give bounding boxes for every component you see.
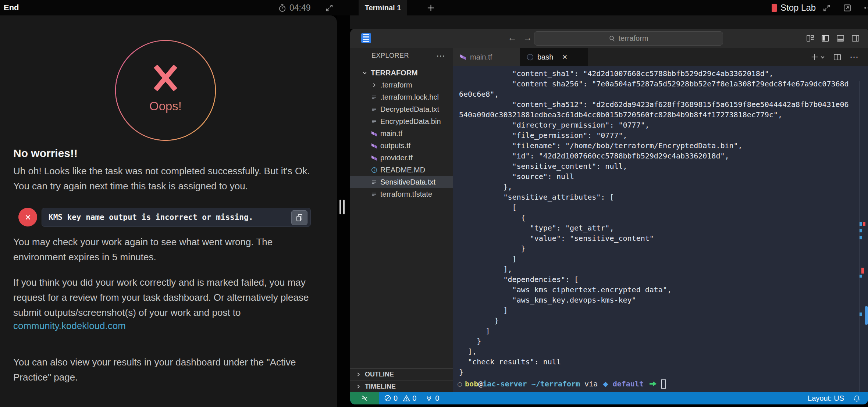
ruler-mark-blue bbox=[860, 222, 862, 226]
top-bar: End 04:49 Terminal 1 Stop Lab bbox=[0, 0, 868, 15]
tree-item-sensitive-txt[interactable]: SensitiveData.txt bbox=[350, 176, 453, 188]
tree-item-dot-terraform[interactable]: .terraform bbox=[350, 79, 453, 91]
x-mark bbox=[156, 66, 175, 90]
tree-item-encrypted-bin[interactable]: EncryptedData.bin bbox=[350, 115, 453, 128]
community-link[interactable]: community.kodekloud.com bbox=[13, 320, 126, 332]
explorer-title: EXPLORER bbox=[371, 52, 409, 60]
file-lines-icon bbox=[370, 119, 378, 125]
dashboard-note-text: You can also view your results in your d… bbox=[13, 355, 307, 385]
error-x-icon bbox=[18, 208, 37, 226]
prompt-arrow-icon bbox=[649, 381, 658, 387]
vscode-outer-gap bbox=[350, 15, 868, 29]
search-value: terraform bbox=[618, 34, 648, 43]
ports-indicator[interactable]: 0 bbox=[425, 394, 439, 403]
stop-lab-button[interactable]: Stop Lab bbox=[772, 0, 816, 15]
prompt-workspace: default bbox=[613, 379, 644, 388]
ruler-mark-blue bbox=[860, 236, 862, 239]
terraform-icon bbox=[370, 131, 378, 137]
file-lines-icon bbox=[370, 94, 378, 100]
chevron-right-icon bbox=[355, 384, 362, 389]
tree-item-readme[interactable]: README.MD bbox=[350, 164, 453, 176]
toggle-sidebar-left-icon[interactable] bbox=[821, 34, 830, 43]
tree-item-lock-hcl[interactable]: .terraform.lock.hcl bbox=[350, 91, 453, 103]
tree-item-outputs-tf[interactable]: outputs.tf bbox=[350, 140, 453, 152]
tree-item-tfstate[interactable]: terraform.tfstate bbox=[350, 188, 453, 200]
new-terminal-icon[interactable] bbox=[811, 53, 825, 61]
retry-note-text: You may check your work again to see wha… bbox=[13, 235, 319, 265]
stop-icon bbox=[772, 4, 777, 12]
more-actions-icon[interactable]: ⋯ bbox=[850, 52, 858, 62]
terminal-1-tab[interactable]: Terminal 1 bbox=[359, 0, 407, 15]
stopwatch-icon bbox=[278, 4, 287, 12]
fullscreen-icon[interactable] bbox=[822, 4, 831, 12]
search-input[interactable]: terraform bbox=[534, 31, 723, 46]
tree-item-decrypted-txt[interactable]: DecryptedData.txt bbox=[350, 103, 453, 115]
copy-button[interactable] bbox=[291, 210, 307, 225]
editor-tabstrip: main.tf bash × ⋯ bbox=[453, 48, 868, 66]
file-lines-icon bbox=[370, 179, 378, 185]
warning-count: 0 bbox=[412, 394, 416, 403]
toggle-panel-bottom-icon[interactable] bbox=[836, 34, 845, 43]
close-tab-icon[interactable]: × bbox=[562, 53, 567, 61]
terminal-output: "content_sha1": "42d2d1007660cc5788bbfb5… bbox=[459, 68, 849, 377]
error-message-box: KMS key name output is incorrect or miss… bbox=[42, 208, 311, 227]
open-external-icon[interactable] bbox=[843, 3, 852, 13]
tab-main-tf[interactable]: main.tf bbox=[453, 48, 520, 66]
timeline-section[interactable]: TIMELINE bbox=[350, 381, 453, 392]
toggle-sidebar-right-icon[interactable] bbox=[851, 34, 860, 43]
editor-column: main.tf bash × ⋯ bbox=[453, 48, 868, 392]
tree-item-main-tf[interactable]: main.tf bbox=[350, 128, 453, 140]
chevron-right-icon bbox=[355, 372, 362, 377]
ruler-mark-blue bbox=[860, 229, 862, 232]
chevron-down-icon bbox=[360, 71, 369, 75]
prompt-host: iac-server bbox=[483, 379, 527, 388]
outline-section[interactable]: OUTLINE bbox=[350, 368, 453, 380]
tree-item-provider-tf[interactable]: provider.tf bbox=[350, 152, 453, 164]
terminal-pane[interactable]: "content_sha1": "42d2d1007660cc5788bbfb5… bbox=[453, 66, 868, 392]
result-heading: No worries!! bbox=[13, 147, 78, 160]
chevron-right-icon bbox=[370, 83, 378, 88]
explorer-more-icon[interactable]: ⋯ bbox=[436, 51, 445, 61]
menu-icon[interactable] bbox=[361, 33, 371, 43]
terraform-icon bbox=[370, 143, 378, 149]
bell-icon[interactable] bbox=[853, 394, 861, 402]
terminal-cursor bbox=[661, 379, 666, 389]
prompt-at: @ bbox=[478, 379, 483, 388]
error-message-text: KMS key name output is incorrect or miss… bbox=[49, 213, 253, 222]
terminal-scrollbar-thumb[interactable] bbox=[865, 306, 868, 325]
expand-panel-icon[interactable] bbox=[325, 4, 334, 12]
divider-drag-handle[interactable] bbox=[339, 200, 346, 214]
terraform-icon bbox=[460, 54, 466, 60]
panel-divider bbox=[337, 15, 350, 407]
tab-label: main.tf bbox=[470, 53, 492, 61]
nav-forward-icon[interactable]: → bbox=[523, 32, 532, 43]
prompt-path: ~/terraform bbox=[531, 379, 580, 388]
stop-lab-label: Stop Lab bbox=[780, 3, 816, 13]
vscode-zone: ← → terraform bbox=[350, 15, 868, 407]
file-lines-icon bbox=[370, 192, 378, 197]
tree-root-terraform[interactable]: TERRAFORM bbox=[350, 67, 453, 79]
tab-bash[interactable]: bash × bbox=[520, 48, 588, 66]
terminal-tab-label: Terminal 1 bbox=[365, 4, 401, 12]
keyboard-layout[interactable]: Layout: US bbox=[808, 394, 844, 403]
file-lines-icon bbox=[370, 107, 378, 113]
problems-indicator[interactable]: 0 0 bbox=[384, 394, 416, 403]
search-icon bbox=[609, 35, 615, 42]
vscode-titlebar: ← → terraform bbox=[350, 29, 868, 48]
prompt-via: via bbox=[584, 379, 598, 388]
error-row: KMS key name output is incorrect or miss… bbox=[13, 208, 312, 227]
ruler-mark-red bbox=[863, 222, 865, 226]
nav-back-icon[interactable]: ← bbox=[508, 32, 517, 43]
remote-indicator[interactable] bbox=[350, 392, 379, 404]
timer-value: 04:49 bbox=[289, 3, 311, 13]
ports-count: 0 bbox=[435, 394, 439, 403]
new-terminal-plus-icon[interactable] bbox=[427, 4, 435, 12]
tab-separator bbox=[418, 4, 418, 11]
ruler-mark-blue bbox=[860, 275, 862, 278]
split-editor-icon[interactable] bbox=[833, 53, 842, 61]
more-options-icon[interactable] bbox=[864, 4, 868, 12]
layout-customize-icon[interactable] bbox=[806, 34, 815, 43]
bash-icon bbox=[527, 54, 534, 61]
result-panel: Oops! No worries!! Uh oh! Looks like the… bbox=[0, 15, 337, 407]
end-lab-button[interactable]: End bbox=[4, 0, 19, 15]
